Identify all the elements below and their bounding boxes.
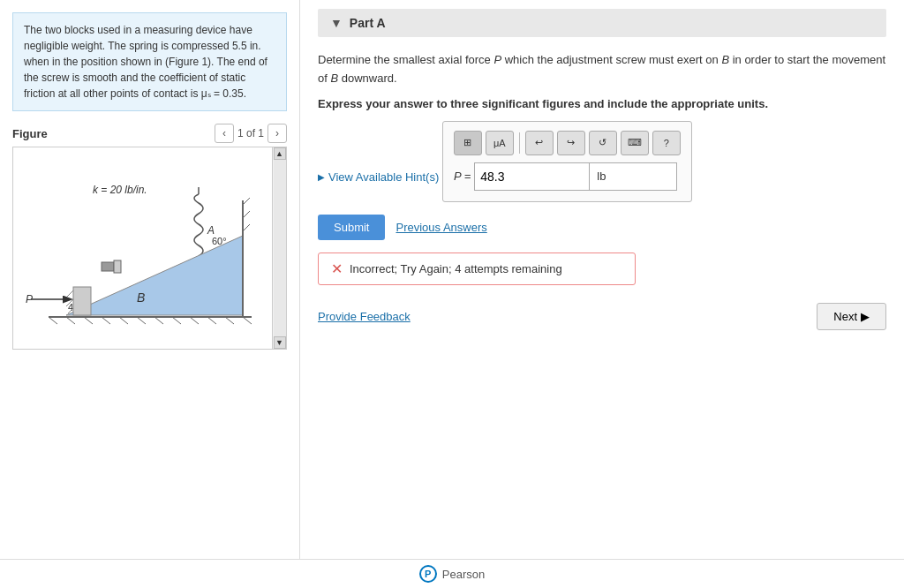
grid-button[interactable]: ⊞: [454, 131, 482, 155]
unit-box: lb: [589, 162, 677, 191]
next-label: Next: [833, 310, 857, 323]
part-toggle-icon[interactable]: ▼: [330, 16, 343, 30]
footer: P Pearson: [0, 559, 904, 588]
left-panel: The two blocks used in a measuring devic…: [0, 0, 300, 588]
figure-header: Figure ‹ 1 of 1 ›: [12, 120, 287, 147]
grid-icon: ⊞: [463, 137, 471, 148]
figure-title: Figure: [12, 127, 48, 140]
right-panel: ▼ Part A Determine the smallest axial fo…: [300, 0, 904, 588]
error-icon: ✕: [331, 260, 343, 277]
svg-text:P: P: [26, 293, 33, 305]
feedback-button[interactable]: Provide Feedback: [318, 310, 411, 323]
input-label: P =: [454, 170, 471, 183]
hint-link-text: View Available Hint(s): [328, 170, 439, 184]
figure-prev-button[interactable]: ‹: [215, 124, 234, 143]
answer-box: ⊞ μA ↩ ↪ ↺ ⌨ ?: [442, 121, 692, 202]
figure-scrollbar[interactable]: ▲ ▼: [272, 147, 286, 349]
actions-row: Submit Previous Answers: [318, 215, 886, 240]
toolbar: ⊞ μA ↩ ↪ ↺ ⌨ ?: [454, 131, 681, 155]
error-box: ✕ Incorrect; Try Again; 4 attempts remai…: [318, 253, 636, 285]
keyboard-button[interactable]: ⌨: [621, 131, 649, 155]
part-title: Part A: [350, 16, 386, 30]
scroll-track: [274, 160, 286, 336]
help-icon: ?: [664, 138, 669, 148]
question-text: Determine the smallest axial force P whi…: [318, 51, 886, 88]
figure-svg: k = 20 lb/in. B: [13, 147, 272, 349]
next-button[interactable]: Next ▶: [817, 303, 886, 330]
brand-name: Pearson: [442, 568, 485, 581]
refresh-icon: ↺: [599, 137, 606, 148]
answer-input[interactable]: [474, 162, 589, 191]
scroll-up-button[interactable]: ▲: [274, 147, 286, 160]
bottom-row: Provide Feedback Next ▶: [318, 303, 886, 330]
submit-button[interactable]: Submit: [318, 215, 385, 240]
part-header: ▼ Part A: [318, 9, 886, 37]
redo-icon: ↪: [567, 137, 575, 148]
figure-nav: ‹ 1 of 1 ›: [215, 124, 287, 143]
next-arrow-icon: ▶: [861, 310, 870, 323]
input-row: P = lb: [454, 162, 681, 191]
figure-box: k = 20 lb/in. B: [12, 147, 287, 350]
figure-next-button[interactable]: ›: [267, 124, 287, 143]
svg-rect-26: [73, 287, 91, 315]
svg-text:60°: 60°: [212, 236, 227, 246]
problem-description: The two blocks used in a measuring devic…: [24, 24, 267, 100]
svg-text:B: B: [137, 290, 145, 305]
bold-instruction: Express your answer to three significant…: [318, 97, 886, 110]
figure-nav-label: 1 of 1: [237, 127, 264, 139]
undo-button[interactable]: ↩: [525, 131, 554, 155]
svg-text:A: A: [207, 224, 215, 237]
keyboard-icon: ⌨: [628, 137, 642, 148]
refresh-button[interactable]: ↺: [589, 131, 617, 155]
mu-icon: μA: [493, 138, 506, 148]
problem-text: The two blocks used in a measuring devic…: [12, 12, 287, 111]
figure-section: Figure ‹ 1 of 1 › k = 20 lb/in.: [12, 120, 287, 350]
toolbar-divider: [519, 132, 520, 154]
figure-canvas: k = 20 lb/in. B: [13, 147, 272, 349]
svg-text:k = 20 lb/in.: k = 20 lb/in.: [93, 184, 147, 196]
error-text: Incorrect; Try Again; 4 attempts remaini…: [350, 262, 562, 275]
unit-value: lb: [597, 170, 606, 183]
svg-rect-33: [114, 260, 121, 273]
help-button[interactable]: ?: [652, 131, 681, 155]
pearson-logo: P: [419, 565, 437, 583]
hint-link[interactable]: View Available Hint(s): [318, 170, 439, 184]
svg-rect-32: [102, 262, 114, 271]
redo-button[interactable]: ↪: [557, 131, 585, 155]
previous-answers-button[interactable]: Previous Answers: [396, 221, 486, 234]
undo-icon: ↩: [535, 137, 543, 148]
scroll-down-button[interactable]: ▼: [274, 336, 286, 349]
pearson-logo-letter: P: [425, 569, 431, 579]
mu-button[interactable]: μA: [486, 131, 514, 155]
